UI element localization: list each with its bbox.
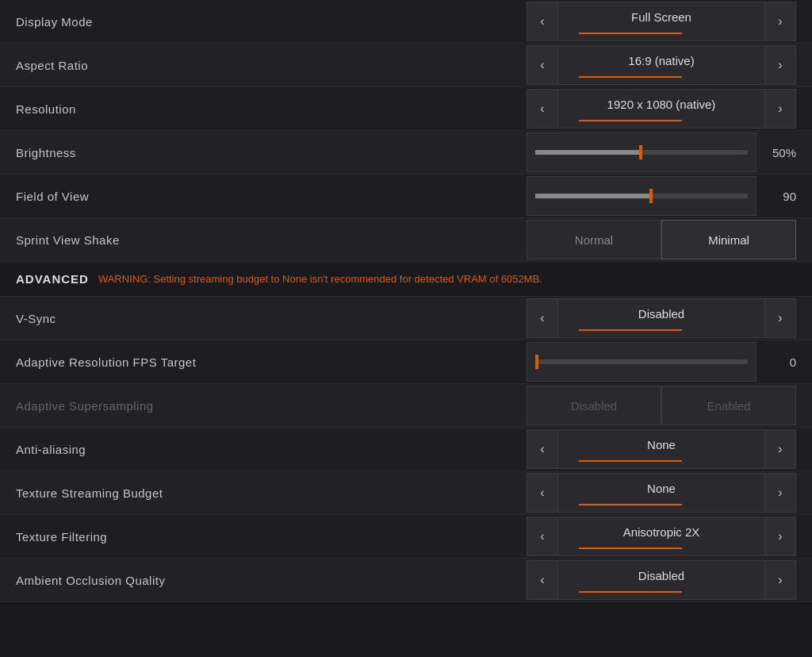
adaptive-resolution-track xyxy=(535,359,748,364)
ambient-occlusion-value-container: Disabled xyxy=(558,560,764,600)
ambient-occlusion-right-arrow[interactable]: › xyxy=(764,560,796,600)
adaptive-resolution-row: Adaptive Resolution FPS Target 0 xyxy=(0,340,812,384)
fov-label: Field of View xyxy=(16,190,527,203)
ambient-occlusion-value: Disabled xyxy=(638,569,684,582)
texture-streaming-right-arrow[interactable]: › xyxy=(764,473,796,513)
brightness-control: 50% xyxy=(527,133,796,172)
brightness-row: Brightness 50% xyxy=(0,131,812,175)
aspect-ratio-control: ‹ 16:9 (native) › xyxy=(527,45,796,85)
texture-filtering-row: Texture Filtering ‹ Anisotropic 2X › xyxy=(0,515,812,559)
aspect-ratio-value-container: 16:9 (native) xyxy=(558,45,764,85)
vsync-value-container: Disabled xyxy=(558,298,764,338)
display-mode-row: Display Mode ‹ Full Screen › xyxy=(0,0,812,44)
texture-filtering-left-arrow[interactable]: ‹ xyxy=(527,517,558,556)
anti-aliasing-left-arrow[interactable]: ‹ xyxy=(527,429,558,469)
aspect-ratio-right-arrow[interactable]: › xyxy=(764,45,796,85)
fov-value: 90 xyxy=(764,190,796,203)
anti-aliasing-right-arrow[interactable]: › xyxy=(764,429,796,469)
texture-streaming-control: ‹ None › xyxy=(527,473,796,513)
ambient-occlusion-row: Ambient Occlusion Quality ‹ Disabled › xyxy=(0,559,812,602)
texture-streaming-underline xyxy=(579,504,682,505)
sprint-view-shake-row: Sprint View Shake Normal Minimal xyxy=(0,218,812,262)
sprint-view-shake-control: Normal Minimal xyxy=(527,220,796,259)
vsync-control: ‹ Disabled › xyxy=(527,298,796,338)
resolution-row: Resolution ‹ 1920 x 1080 (native) › xyxy=(0,87,812,131)
texture-streaming-left-arrow[interactable]: ‹ xyxy=(527,473,558,513)
aspect-ratio-value: 16:9 (native) xyxy=(628,54,694,67)
vsync-value: Disabled xyxy=(638,307,684,321)
aspect-ratio-underline xyxy=(579,76,682,78)
adaptive-resolution-slider-wrapper[interactable] xyxy=(527,342,756,382)
resolution-underline xyxy=(579,120,682,121)
display-mode-value-container: Full Screen xyxy=(558,2,764,41)
advanced-label: ADVANCED xyxy=(16,272,89,286)
fov-slider-wrapper[interactable] xyxy=(527,176,756,216)
anti-aliasing-value: None xyxy=(647,438,676,451)
texture-filtering-value-container: Anisotropic 2X xyxy=(558,517,764,556)
anti-aliasing-value-container: None xyxy=(558,429,764,469)
ambient-occlusion-label: Ambient Occlusion Quality xyxy=(16,574,527,587)
fov-track xyxy=(535,194,748,198)
ambient-occlusion-control: ‹ Disabled › xyxy=(527,560,796,600)
fov-control: 90 xyxy=(527,176,796,216)
adaptive-resolution-label: Adaptive Resolution FPS Target xyxy=(16,355,527,369)
settings-panel: Display Mode ‹ Full Screen › Aspect Rati… xyxy=(0,0,812,602)
texture-filtering-control: ‹ Anisotropic 2X › xyxy=(527,517,796,556)
adaptive-resolution-thumb xyxy=(535,355,538,369)
brightness-label: Brightness xyxy=(16,146,527,159)
brightness-thumb xyxy=(639,145,642,159)
adaptive-supersampling-disabled-btn: Disabled xyxy=(527,386,661,425)
anti-aliasing-underline xyxy=(579,460,682,462)
resolution-value: 1920 x 1080 (native) xyxy=(607,98,716,111)
aspect-ratio-row: Aspect Ratio ‹ 16:9 (native) › xyxy=(0,44,812,87)
sprint-view-shake-normal-btn[interactable]: Normal xyxy=(527,220,661,259)
vsync-underline xyxy=(579,329,682,331)
texture-streaming-label: Texture Streaming Budget xyxy=(16,486,527,500)
texture-streaming-value-container: None xyxy=(558,473,764,513)
vsync-row: V-Sync ‹ Disabled › xyxy=(0,297,812,340)
texture-filtering-right-arrow[interactable]: › xyxy=(764,517,796,556)
display-mode-right-arrow[interactable]: › xyxy=(764,2,796,41)
display-mode-label: Display Mode xyxy=(16,15,527,29)
anti-aliasing-row: Anti-aliasing ‹ None › xyxy=(0,428,812,471)
adaptive-supersampling-label: Adaptive Supersampling xyxy=(16,399,527,413)
resolution-right-arrow[interactable]: › xyxy=(764,89,796,129)
display-mode-value: Full Screen xyxy=(631,10,691,24)
aspect-ratio-label: Aspect Ratio xyxy=(16,59,527,72)
vsync-label: V-Sync xyxy=(16,312,527,325)
resolution-value-container: 1920 x 1080 (native) xyxy=(558,89,764,129)
adaptive-resolution-control: 0 xyxy=(527,342,796,382)
aspect-ratio-left-arrow[interactable]: ‹ xyxy=(527,45,558,85)
ambient-occlusion-underline xyxy=(579,591,682,593)
texture-filtering-value: Anisotropic 2X xyxy=(623,525,700,539)
brightness-track xyxy=(535,150,748,155)
display-mode-control: ‹ Full Screen › xyxy=(527,2,796,41)
advanced-header: ADVANCED WARNING: Setting streaming budg… xyxy=(0,262,812,297)
adaptive-resolution-value: 0 xyxy=(764,355,796,369)
texture-filtering-label: Texture Filtering xyxy=(16,530,527,544)
texture-filtering-underline xyxy=(579,548,682,549)
brightness-value: 50% xyxy=(764,146,796,159)
resolution-control: ‹ 1920 x 1080 (native) › xyxy=(527,89,796,129)
ambient-occlusion-left-arrow[interactable]: ‹ xyxy=(527,560,558,600)
sprint-view-shake-label: Sprint View Shake xyxy=(16,233,527,247)
adaptive-supersampling-row: Adaptive Supersampling Disabled Enabled xyxy=(0,384,812,428)
fov-fill xyxy=(535,194,652,198)
adaptive-supersampling-control: Disabled Enabled xyxy=(527,386,796,425)
vsync-left-arrow[interactable]: ‹ xyxy=(527,298,558,338)
sprint-view-shake-minimal-btn[interactable]: Minimal xyxy=(661,220,796,259)
texture-streaming-value: None xyxy=(647,482,676,495)
resolution-left-arrow[interactable]: ‹ xyxy=(527,89,558,129)
brightness-fill xyxy=(535,150,642,155)
fov-thumb xyxy=(649,189,653,203)
texture-streaming-row: Texture Streaming Budget ‹ None › xyxy=(0,471,812,515)
brightness-slider-wrapper[interactable] xyxy=(527,133,756,172)
resolution-label: Resolution xyxy=(16,102,527,116)
vsync-right-arrow[interactable]: › xyxy=(764,298,796,338)
adaptive-supersampling-enabled-btn: Enabled xyxy=(661,386,796,425)
advanced-warning: WARNING: Setting streaming budget to Non… xyxy=(98,273,542,285)
display-mode-underline xyxy=(579,33,682,34)
display-mode-left-arrow[interactable]: ‹ xyxy=(527,2,558,41)
anti-aliasing-label: Anti-aliasing xyxy=(16,443,527,456)
anti-aliasing-control: ‹ None › xyxy=(527,429,796,469)
